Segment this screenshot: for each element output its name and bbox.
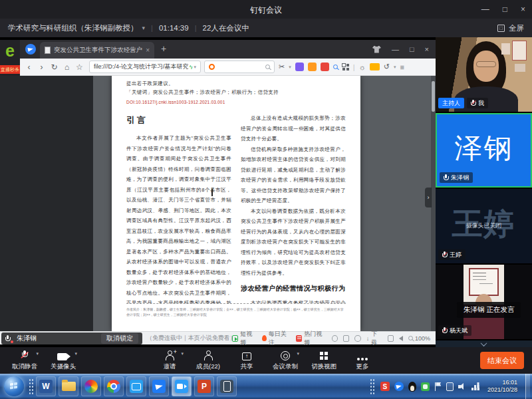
scrollbar[interactable] [431,76,436,331]
more-button[interactable]: 更多 [343,347,382,374]
browser-360-icon[interactable] [81,376,101,396]
side-panel-toggle[interactable]: › [425,188,432,207]
search-input[interactable] [204,61,275,73]
show-desktop-button[interactable] [525,374,530,399]
extension-purple-icon[interactable] [295,63,304,71]
extension-red-icon[interactable] [321,63,329,71]
short-video-link[interactable]: 短视频 [232,330,257,347]
unlock-button[interactable]: 取消锁定 [101,333,138,344]
address-bar[interactable]: file:///D:/4-论文与统计学习/基本研究/论/文2 ϟ ▾ [89,61,201,73]
browser-logo[interactable]: e 直播秒杀 [0,40,20,76]
clipboard-tray-icon[interactable] [446,382,454,391]
apps-grid-icon[interactable] [342,63,349,70]
network-signal-icon[interactable] [471,382,481,390]
start-button[interactable] [4,376,24,396]
participant-tile-zegang[interactable]: 泽钢 朱泽钢 [436,113,532,188]
emoji-icon[interactable] [354,335,360,342]
browser-tab[interactable]: 突发公共卫生事件下涉农经营户… × [40,42,154,59]
record-button[interactable]: ▾ 会议录制 [266,347,305,374]
daily-focus-link[interactable]: 每日关注 [262,330,291,347]
participant-name-chip: 杨天斌 [438,325,471,336]
fullscreen-button[interactable]: 全屏 [497,23,524,33]
hidden-icons-grip[interactable] [370,378,374,394]
file-explorer-icon[interactable] [59,376,78,396]
zoom-level[interactable]: 100% [408,335,430,342]
image-icon[interactable] [343,335,349,342]
dingtalk-icon[interactable] [149,376,169,396]
address-dropdown-icon[interactable]: ▾ [194,65,196,70]
window-titlebar: 钉钉会议 — □ × [0,0,532,19]
browser-minimize-icon[interactable]: — [392,45,399,53]
minimize-icon[interactable]: — [481,5,489,14]
chevron-down-icon[interactable]: ▾ [297,351,299,356]
extension-shield-icon[interactable] [308,63,317,71]
chevron-down-icon[interactable]: ▾ [394,65,396,70]
shield-icon[interactable] [332,335,338,342]
tab-close-icon[interactable]: × [146,47,150,54]
taskbar-grip [29,378,33,394]
home-icon[interactable]: ⌂ [61,63,73,72]
unmute-button[interactable]: ▾ 取消静音 [5,347,44,374]
new-tab-button[interactable]: + [161,43,166,54]
scrollbar-thumb[interactable] [432,81,435,112]
qq-icon[interactable] [408,382,416,392]
chrome-icon[interactable] [104,376,124,396]
chevron-down-icon[interactable]: ▾ [181,351,184,356]
forward-icon[interactable]: › [35,63,48,72]
chevron-down-icon[interactable]: ▾ [36,351,39,356]
sidebar-collapse-button[interactable] [436,340,532,347]
action-center-flag-icon[interactable] [434,382,442,391]
meeting-title[interactable]: 学术研究与科研组织（朱泽钢副教授） [8,23,138,33]
restore-icon[interactable]: □ [503,5,507,14]
search-icon[interactable] [265,65,270,69]
sogou-input-icon[interactable]: S [380,382,390,391]
members-button[interactable]: 成员(22) [189,347,227,374]
active-speaker-pill: 朱泽钢 取消锁定 [1,332,142,344]
participant-tile-wangting[interactable]: 王婷 摄像头已关闭 王婷 [436,189,532,263]
speaker-icon[interactable] [399,336,403,341]
security-tray-icon[interactable] [421,382,430,391]
camera-off-button[interactable]: ▾ 关摄像头 [44,347,82,374]
end-meeting-button[interactable]: 结束会议 [480,352,524,369]
browser-home-icon[interactable] [25,44,36,55]
meeting-window-icon[interactable] [172,376,192,396]
hot-video-link[interactable]: 热门视频 [296,330,327,347]
zoom-search-icon[interactable] [333,65,338,69]
screenshot-scissors-icon[interactable]: ✂ [279,63,285,71]
close-icon[interactable]: × [521,5,525,14]
chevron-down-icon[interactable]: ▾ [289,65,291,70]
refresh-icon[interactable]: ↻ [48,63,61,72]
settings-sun-icon[interactable]: ☼ [359,63,366,71]
undo-icon[interactable]: ↺ [384,63,390,71]
participant-tile-host[interactable]: 主持人 我 [436,37,532,112]
divider: | [195,24,197,32]
dingtalk-tray-icon[interactable] [394,382,404,391]
promo-ribbon[interactable]: 直播秒杀 [0,65,20,74]
shared-screen: 突发公共卫生事件下涉农经营户… × + — □ × e 直播秒杀 ‹ › [0,37,532,347]
chevron-down-icon[interactable]: ▾ [142,25,146,31]
speaking-toast: 朱泽钢 正在发言 [457,302,521,318]
chevron-down-icon[interactable]: ▾ [74,351,77,356]
bookmark-star-icon[interactable]: ☆ [73,63,86,72]
search-engine-icon [209,64,215,70]
download-button[interactable]: ↓ 下载 [366,330,382,347]
volume-icon[interactable] [458,382,467,390]
printer-icon[interactable] [388,335,394,342]
invite-button[interactable]: ▾ + 邀请 [150,347,189,374]
switch-view-button[interactable]: 切换视图 [305,347,343,374]
powerpoint-icon[interactable]: P [194,376,214,396]
browser-close-icon[interactable]: × [425,45,429,53]
address-url[interactable]: file:///D:/4-论文与统计学习/基本研究/论/文2 [94,63,188,71]
meeting-info-bar: 学术研究与科研组织（朱泽钢副教授） ▾ | 01:14:39 | 22人在会议中… [0,19,532,37]
back-icon[interactable]: ‹ [23,63,35,72]
word-icon[interactable]: W [36,376,56,396]
browser-skin-icon[interactable] [372,46,381,53]
grid-view-icon [320,352,329,360]
tv-app-icon[interactable] [126,376,146,396]
browser-maximize-icon[interactable]: □ [410,45,414,53]
wallet-icon[interactable] [370,63,380,70]
menu-icon[interactable]: ≡ [400,63,404,71]
share-button[interactable]: ↑ 共享 [227,347,266,374]
taskbar-clock[interactable]: 16:01 2021/10/28 [487,379,517,394]
phone-mirror-icon[interactable] [217,376,237,396]
